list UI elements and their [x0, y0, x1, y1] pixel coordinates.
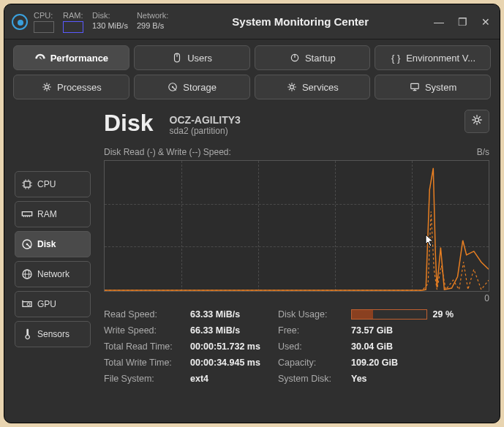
- app-window: CPU: RAM: Disk: 130 MiB/s Network: 299 B…: [4, 4, 500, 423]
- capacity-label: Capacity:: [278, 358, 351, 368]
- svg-rect-9: [411, 83, 419, 88]
- free-value: 73.57 GiB: [351, 325, 454, 336]
- maximize-button[interactable]: ❐: [456, 16, 469, 28]
- network-label: Network:: [137, 11, 168, 20]
- device-name: OCZ-AGILITY3: [170, 114, 241, 126]
- tab-environment-label: Environment V...: [406, 53, 475, 64]
- svg-point-22: [475, 118, 478, 121]
- total-write-value: 00:00:34.945 ms: [190, 358, 278, 368]
- sidebar-item-cpu[interactable]: CPU: [15, 171, 91, 197]
- system-disk-label: System Disk:: [278, 374, 351, 384]
- close-button[interactable]: ✕: [479, 16, 492, 28]
- gpu-icon: [21, 298, 33, 310]
- ram-icon: [21, 208, 33, 220]
- mouse-icon: [171, 52, 183, 64]
- disk-usage-label: Disk Usage:: [278, 309, 351, 320]
- svg-rect-12: [24, 181, 30, 187]
- disk-usage-bar: 29 %: [351, 309, 454, 320]
- gear-icon: [286, 81, 298, 93]
- read-speed-value: 63.33 MiB/s: [190, 309, 278, 320]
- tab-processes[interactable]: Processes: [13, 75, 129, 99]
- tab-system-label: System: [425, 82, 456, 93]
- tab-performance[interactable]: Performance: [13, 45, 129, 70]
- tab-processes-label: Processes: [57, 82, 102, 93]
- graph-zero-label: 0: [104, 293, 489, 303]
- app-icon: [12, 14, 28, 30]
- ram-meter-icon: [63, 21, 83, 33]
- svg-point-4: [45, 86, 49, 89]
- cpu-meter-icon: [34, 21, 54, 33]
- sidebar-ram-label: RAM: [37, 209, 57, 219]
- write-speed-label: Write Speed:: [104, 325, 190, 336]
- gear-icon: [41, 81, 53, 93]
- tab-users-label: Users: [187, 53, 212, 64]
- svg-line-7: [173, 87, 176, 91]
- tab-storage-label: Storage: [183, 82, 217, 93]
- gauge-icon: [34, 52, 46, 64]
- write-speed-value: 66.33 MiB/s: [190, 325, 278, 336]
- chip-icon: [21, 178, 33, 190]
- tab-users[interactable]: Users: [134, 45, 250, 70]
- device-path: sda2 (partition): [170, 126, 241, 136]
- disk-label: Disk:: [92, 11, 128, 20]
- graph-unit: B/s: [477, 147, 489, 157]
- cpu-label: CPU:: [34, 11, 54, 20]
- minimize-button[interactable]: ―: [432, 16, 445, 28]
- free-label: Free:: [278, 325, 351, 336]
- titlebar: CPU: RAM: Disk: 130 MiB/s Network: 299 B…: [4, 4, 500, 39]
- main-tabs: Performance Users Startup { } Environmen…: [4, 39, 500, 102]
- performance-sidebar: CPU RAM Disk Network: [15, 171, 91, 384]
- sidebar-disk-label: Disk: [37, 239, 56, 249]
- tab-services[interactable]: Services: [255, 75, 371, 99]
- filesystem-label: File System:: [104, 374, 190, 384]
- thermometer-icon: [21, 328, 33, 340]
- sidebar-item-sensors[interactable]: Sensors: [15, 321, 91, 347]
- sidebar-cpu-label: CPU: [37, 179, 56, 189]
- disk-stats: Read Speed: 63.33 MiB/s Disk Usage: 29 %…: [104, 309, 489, 384]
- disk-rate: 130 MiB/s: [92, 21, 128, 30]
- tab-startup-label: Startup: [305, 53, 336, 64]
- total-read-value: 00:00:51.732 ms: [190, 341, 278, 352]
- graph-title: Disk Read (-) & Write (--) Speed:: [104, 147, 231, 157]
- tab-environment[interactable]: { } Environment V...: [375, 45, 491, 70]
- sidebar-item-network[interactable]: Network: [15, 261, 91, 287]
- ram-label: RAM:: [63, 11, 83, 20]
- main-panel: Disk OCZ-AGILITY3 sda2 (partition) Disk …: [91, 110, 489, 384]
- header-stats: CPU: RAM: Disk: 130 MiB/s Network: 299 B…: [34, 11, 168, 33]
- window-title: System Monitoring Center: [168, 15, 432, 28]
- total-write-label: Total Write Time:: [104, 358, 190, 368]
- globe-icon: [21, 268, 33, 280]
- tab-performance-label: Performance: [50, 53, 108, 64]
- svg-rect-13: [22, 212, 31, 216]
- svg-point-21: [27, 303, 30, 306]
- sidebar-sensors-label: Sensors: [37, 329, 69, 339]
- svg-point-8: [290, 86, 294, 89]
- filesystem-value: ext4: [190, 374, 278, 384]
- disk-usage-value: 29 %: [433, 309, 454, 320]
- sidebar-item-ram[interactable]: RAM: [15, 201, 91, 227]
- gear-icon: [471, 114, 483, 129]
- disk-speed-graph: [104, 160, 489, 292]
- tab-storage[interactable]: Storage: [134, 75, 250, 99]
- used-label: Used:: [278, 341, 351, 352]
- total-read-label: Total Read Time:: [104, 341, 190, 352]
- sidebar-gpu-label: GPU: [37, 299, 56, 309]
- braces-icon: { }: [390, 52, 402, 64]
- used-value: 30.04 GiB: [351, 341, 454, 352]
- tab-startup[interactable]: Startup: [255, 45, 371, 70]
- power-icon: [289, 52, 301, 64]
- monitor-icon: [409, 81, 421, 93]
- settings-button[interactable]: [464, 110, 489, 133]
- capacity-value: 109.20 GiB: [351, 358, 454, 368]
- system-disk-value: Yes: [351, 374, 454, 384]
- sidebar-network-label: Network: [37, 269, 69, 279]
- sidebar-item-gpu[interactable]: GPU: [15, 291, 91, 317]
- hdd-icon: [167, 81, 178, 93]
- sidebar-item-disk[interactable]: Disk: [15, 231, 91, 257]
- page-title: Disk: [104, 110, 154, 137]
- network-rate: 299 B/s: [137, 21, 168, 30]
- tab-system[interactable]: System: [375, 75, 491, 99]
- read-speed-label: Read Speed:: [104, 309, 190, 320]
- hdd-icon: [21, 238, 33, 250]
- tab-services-label: Services: [302, 82, 339, 93]
